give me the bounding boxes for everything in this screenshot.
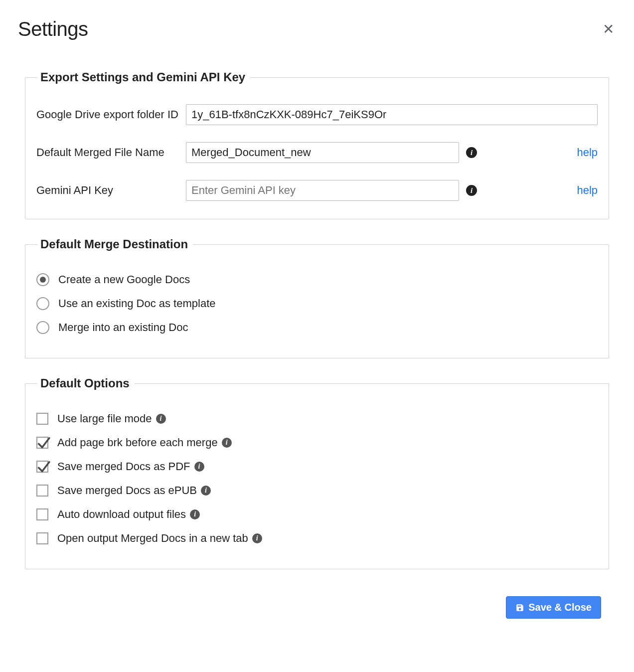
radio-icon[interactable] [36,321,49,334]
folder-id-label: Google Drive export folder ID [36,108,186,121]
info-icon[interactable]: i [222,438,232,448]
help-link-gemini[interactable]: help [568,184,598,197]
default-filename-row: Default Merged File Name i help [36,142,598,163]
checkbox-label: Use large file mode [57,412,152,425]
checkbox-icon[interactable] [36,461,48,473]
radio-create-new[interactable]: Create a new Google Docs [36,273,598,286]
radio-existing-template[interactable]: Use an existing Doc as template [36,297,598,310]
radio-icon[interactable] [36,297,49,310]
checkbox-icon[interactable] [36,437,48,449]
default-options-fieldset: Default Options Use large file mode i Ad… [25,376,609,569]
option-page-break[interactable]: Add page brk before each merge i [36,436,598,449]
radio-merge-existing[interactable]: Merge into an existing Doc [36,321,598,334]
option-open-new-tab[interactable]: Open output Merged Docs in a new tab i [36,532,598,545]
default-options-legend: Default Options [37,376,135,390]
dialog-header: Settings ✕ [18,18,616,40]
help-link-filename[interactable]: help [568,146,598,159]
save-button-label: Save & Close [528,602,592,613]
merge-destination-legend: Default Merge Destination [37,237,193,251]
option-large-file-mode[interactable]: Use large file mode i [36,412,598,425]
option-auto-download[interactable]: Auto download output files i [36,508,598,521]
folder-id-row: Google Drive export folder ID [36,104,598,125]
close-icon[interactable]: ✕ [601,20,616,38]
checkbox-icon[interactable] [36,532,48,544]
export-settings-fieldset: Export Settings and Gemini API Key Googl… [25,70,609,219]
info-icon[interactable]: i [466,147,477,158]
checkbox-icon[interactable] [36,508,48,520]
info-icon[interactable]: i [190,509,200,519]
radio-label: Create a new Google Docs [58,273,190,286]
default-filename-input[interactable] [186,142,459,163]
dialog-footer: Save & Close [18,587,616,619]
save-icon [515,603,524,612]
checkbox-label: Open output Merged Docs in a new tab [57,532,248,545]
radio-label: Merge into an existing Doc [58,321,188,334]
option-save-pdf[interactable]: Save merged Docs as PDF i [36,460,598,473]
info-icon[interactable]: i [252,533,262,543]
default-filename-label: Default Merged File Name [36,146,186,159]
info-icon[interactable]: i [194,462,204,472]
info-icon[interactable]: i [201,486,211,496]
info-icon[interactable]: i [466,185,477,196]
checkbox-label: Auto download output files [57,508,186,521]
gemini-key-label: Gemini API Key [36,184,186,197]
save-close-button[interactable]: Save & Close [506,596,601,619]
checkbox-label: Save merged Docs as PDF [57,460,190,473]
gemini-key-row: Gemini API Key i help [36,180,598,201]
radio-label: Use an existing Doc as template [58,297,216,310]
page-title: Settings [18,18,88,40]
checkbox-icon[interactable] [36,485,48,497]
folder-id-input[interactable] [186,104,598,125]
merge-destination-fieldset: Default Merge Destination Create a new G… [25,237,609,358]
checkbox-icon[interactable] [36,413,48,425]
checkbox-label: Save merged Docs as ePUB [57,484,197,497]
info-icon[interactable]: i [156,414,166,424]
gemini-key-input[interactable] [186,180,459,201]
checkbox-label: Add page brk before each merge [57,436,218,449]
option-save-epub[interactable]: Save merged Docs as ePUB i [36,484,598,497]
export-settings-legend: Export Settings and Gemini API Key [37,70,250,84]
settings-dialog: Settings ✕ Export Settings and Gemini AP… [0,0,634,639]
radio-icon[interactable] [36,273,49,286]
